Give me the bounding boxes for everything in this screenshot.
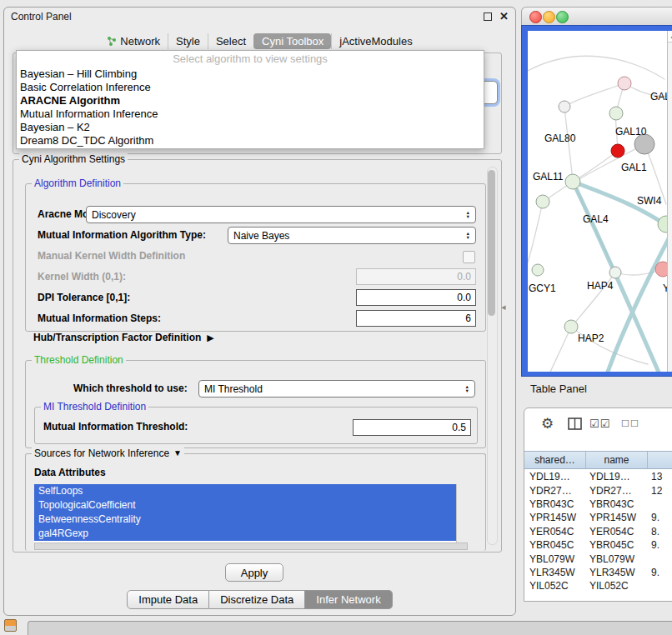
close-icon[interactable]: ✕: [499, 12, 509, 22]
network-node-pink[interactable]: [618, 77, 631, 90]
dropdown-item[interactable]: Mutual Information Inference: [17, 108, 484, 121]
tab-infer-network[interactable]: Infer Network: [305, 590, 392, 609]
table-row[interactable]: YBL079WYBL079W: [524, 552, 672, 565]
tab-discretize-data[interactable]: Discretize Data: [209, 590, 305, 609]
network-canvas[interactable]: GAL80 GAL11 GAL10 GAL1 GAL4 SWI4 GCY1 HA…: [528, 31, 667, 372]
mi-steps-field[interactable]: 6: [356, 310, 476, 327]
deselect-all-checks-icon[interactable]: ☐☐: [621, 418, 639, 429]
network-window-frame: GAL80 GAL11 GAL10 GAL1 GAL4 SWI4 GCY1 HA…: [521, 25, 672, 377]
settings-scrollbar[interactable]: [487, 167, 498, 545]
group-title: Algorithm Definition: [32, 178, 123, 189]
table-row[interactable]: YIL052CYIL052C: [524, 579, 672, 592]
window-title: Control Panel: [11, 11, 72, 22]
mi-threshold-label: Mutual Information Threshold:: [43, 418, 188, 436]
column-header-name[interactable]: name: [586, 452, 648, 468]
screen: Control Panel ✕ Network Style Select Cyn…: [0, 0, 672, 635]
scroll-up-arrow-icon[interactable]: ▲: [668, 31, 672, 42]
network-node[interactable]: [609, 267, 621, 278]
dropdown-item[interactable]: Dream8 DC_TDC Algorithm: [17, 134, 484, 148]
node-label: GAL4: [583, 213, 609, 225]
data-attributes-label: Data Attributes: [34, 464, 106, 482]
table-settings-gear-icon[interactable]: ⚙: [541, 415, 554, 432]
network-vertical-scrollbar[interactable]: ▲: [667, 31, 672, 372]
data-attributes-list[interactable]: SelfLoops TopologicalCoefficient Between…: [34, 484, 468, 542]
which-threshold-select[interactable]: MI Threshold ▲▼: [198, 380, 475, 398]
sources-group-title[interactable]: Sources for Network Inference ▼: [32, 448, 184, 459]
control-panel-titlebar: Control Panel ✕: [4, 8, 515, 26]
table-header-row: shared… name: [524, 451, 672, 469]
tab-network[interactable]: Network: [99, 33, 168, 49]
dropdown-item[interactable]: Basic Correlation Inference: [17, 81, 484, 94]
zoom-traffic-light-icon[interactable]: [556, 11, 569, 23]
table-row[interactable]: YDR27…YDR27…12: [524, 483, 672, 497]
mi-threshold-definition-group: MI Threshold Definition Mutual Informati…: [34, 407, 478, 444]
table-row[interactable]: YLR345WYLR345W9.: [524, 566, 672, 579]
table-row[interactable]: YER054CYER054C8.: [524, 525, 672, 538]
column-header-shared-name[interactable]: shared…: [524, 452, 586, 468]
network-node[interactable]: [536, 195, 549, 208]
node-label: SWI4: [637, 195, 662, 207]
tab-label: Style: [176, 35, 200, 48]
aracne-mode-select[interactable]: Discovery ▲▼: [86, 206, 476, 223]
collapse-down-icon: ▼: [173, 448, 182, 459]
close-traffic-light-icon[interactable]: [529, 11, 542, 23]
table-row[interactable]: YBR043CYBR043C: [524, 498, 672, 511]
expand-right-icon: ▶: [207, 332, 213, 343]
tab-label: Select: [216, 35, 246, 48]
list-item-selected[interactable]: TopologicalCoefficient: [34, 498, 457, 512]
list-horizontal-scrollbar[interactable]: [34, 542, 468, 550]
table-row[interactable]: YDL19…YDL19…13: [524, 470, 672, 483]
apply-button[interactable]: Apply: [225, 563, 283, 582]
network-node-red[interactable]: [611, 144, 624, 158]
mi-algorithm-type-label: Mutual Information Algorithm Type:: [38, 227, 206, 244]
sources-group: Sources for Network Inference ▼ Data Att…: [25, 453, 486, 551]
list-item-selected[interactable]: SelfLoops: [34, 484, 457, 498]
show-columns-icon[interactable]: [568, 418, 582, 430]
list-item-selected[interactable]: gal4RGexp: [34, 527, 457, 541]
column-header-partial[interactable]: [648, 452, 672, 468]
network-node[interactable]: [532, 264, 544, 276]
tab-select[interactable]: Select: [208, 33, 253, 49]
select-all-checks-icon[interactable]: ☑☑: [589, 418, 610, 430]
float-window-icon[interactable]: [484, 12, 492, 21]
node-label: GAL1: [621, 162, 647, 173]
network-node[interactable]: [559, 101, 570, 112]
table-row[interactable]: YBR045CYBR045C9.: [524, 538, 672, 552]
manual-kernel-width-checkbox[interactable]: [463, 251, 475, 263]
group-title: Threshold Definition: [32, 354, 126, 366]
tab-impute-data[interactable]: Impute Data: [127, 590, 209, 609]
table-body: YDL19…YDL19…13 YDR27…YDR27…12 YBR043CYBR…: [524, 470, 672, 601]
minimize-traffic-light-icon[interactable]: [543, 11, 555, 23]
cyni-algorithm-settings-group: Cyni Algorithm Settings Algorithm Defini…: [13, 159, 502, 552]
tab-style[interactable]: Style: [168, 33, 208, 49]
list-item-selected[interactable]: BetweennessCentrality: [34, 512, 457, 527]
dpi-tolerance-field[interactable]: 0.0: [356, 289, 476, 306]
table-row[interactable]: YPR145WYPR145W9.: [524, 511, 672, 524]
panel-collapse-arrow-icon[interactable]: ◂: [501, 302, 506, 312]
selected-value: Discovery: [92, 209, 136, 221]
bottom-tabbar: Impute Data Discretize Data Infer Networ…: [4, 590, 515, 609]
tab-jactivemodules[interactable]: jActiveModules: [331, 33, 419, 49]
network-node-salmon[interactable]: [655, 262, 667, 277]
dropdown-item[interactable]: Bayesian – Hill Climbing: [17, 68, 484, 81]
bottom-panel-strip: [28, 621, 672, 635]
mi-algorithm-type-select[interactable]: Naive Bayes ▲▼: [228, 227, 476, 244]
threshold-definition-group: Threshold Definition Which threshold to …: [25, 360, 486, 448]
dropdown-item[interactable]: Bayesian – K2: [17, 121, 484, 134]
dropdown-placeholder: Select algorithm to view settings: [17, 51, 484, 68]
combo-arrows-icon: ▲▼: [465, 385, 469, 393]
node-label: GAL10: [615, 126, 647, 138]
scrollbar-thumb[interactable]: [488, 170, 495, 316]
network-node[interactable]: [565, 174, 580, 189]
dropdown-item-selected[interactable]: ARACNE Algorithm: [17, 94, 484, 108]
minimized-panel-icon[interactable]: [4, 619, 17, 632]
mi-threshold-field[interactable]: 0.5: [353, 419, 471, 436]
node-label: HAP4: [587, 280, 614, 292]
which-threshold-label: Which threshold to use:: [73, 380, 188, 398]
list-vertical-scrollbar[interactable]: [456, 484, 468, 542]
hub-definition-expander[interactable]: Hub/Transcription Factor Definition ▶: [33, 332, 214, 343]
network-node[interactable]: [609, 107, 623, 120]
node-label: GAL11: [533, 171, 564, 182]
network-node[interactable]: [564, 320, 578, 333]
tab-cyni-toolbox[interactable]: Cyni Toolbox: [253, 33, 331, 49]
